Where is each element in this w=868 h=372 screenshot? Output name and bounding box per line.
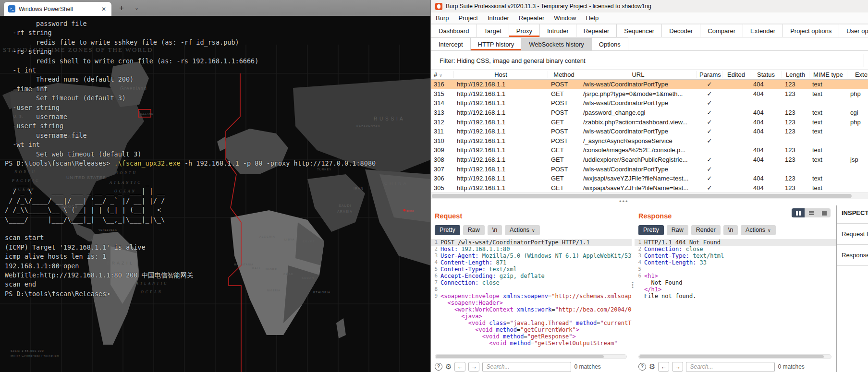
- request-editor[interactable]: 1POST /wls-wsat/CoordinatorPortType HTTP…: [431, 239, 632, 347]
- editor-tab-n[interactable]: \n: [723, 225, 738, 235]
- inspector-section-response-headers[interactable]: Response Headers: [837, 245, 868, 266]
- table-row[interactable]: 315http://192.168.1.1GET/jsrpc.php?type=…: [431, 89, 868, 99]
- cell: POST: [548, 99, 580, 107]
- scrollbar-thumb[interactable]: [436, 355, 604, 358]
- gear-icon[interactable]: ⚙: [445, 363, 452, 371]
- editor-tab-actions[interactable]: Actions∨: [741, 225, 776, 235]
- column-header-params[interactable]: Params: [697, 71, 722, 78]
- request-horizontal-scrollbar[interactable]: [435, 354, 627, 359]
- subtab-options[interactable]: Options: [592, 37, 628, 50]
- tab-sequencer[interactable]: Sequencer: [617, 24, 662, 37]
- response-horizontal-scrollbar[interactable]: [638, 354, 831, 359]
- tab-project-options[interactable]: Project options: [783, 24, 839, 37]
- terminal-screen[interactable]: STANDARD TIME ZONES OF THE WORLDGreenlan…: [0, 16, 430, 372]
- menu-intruder[interactable]: Intruder: [483, 12, 514, 24]
- prev-match-button[interactable]: ←: [454, 362, 465, 372]
- inspector-section-request-headers[interactable]: Request Headers: [837, 224, 868, 245]
- terminal-output: password file -rf string redis file to w…: [5, 19, 376, 299]
- help-icon[interactable]: ?: [638, 363, 646, 371]
- response-panel: Response PrettyRawRender\nActions∨ 1HTTP…: [635, 205, 836, 372]
- tab-close-icon[interactable]: ✕: [100, 6, 107, 12]
- response-editor[interactable]: 1HTTP/1.1 404 Not Found2Connection: clos…: [635, 239, 836, 300]
- tab-user-options[interactable]: User options: [839, 24, 868, 37]
- editor-tab-raw[interactable]: Raw: [667, 225, 688, 235]
- table-row[interactable]: 309http://192.168.1.1GET/console/images/…: [431, 145, 868, 155]
- menu-project[interactable]: Project: [453, 12, 482, 24]
- table-row[interactable]: 307http://192.168.1.1POST/wls-wsat/Coord…: [431, 164, 868, 174]
- menu-repeater[interactable]: Repeater: [514, 12, 549, 24]
- layout-single-button[interactable]: [818, 208, 831, 217]
- column-header-extension[interactable]: Extension: [847, 71, 868, 78]
- filter-bar[interactable]: Filter: Hiding CSS, image and general bi…: [435, 54, 864, 67]
- scrollbar-thumb[interactable]: [639, 355, 824, 358]
- tab-dashboard[interactable]: Dashboard: [431, 24, 477, 37]
- tab-target[interactable]: Target: [477, 24, 509, 37]
- code-line: 4Content-Length: 33: [635, 259, 836, 266]
- cell: text: [809, 156, 847, 163]
- terminal-tab[interactable]: >_ Windows PowerShell ✕: [4, 2, 111, 16]
- table-horizontal-scrollbar[interactable]: [431, 192, 868, 199]
- subtab-intercept[interactable]: Intercept: [431, 37, 471, 50]
- table-row[interactable]: 311http://192.168.1.1POST/wls-wsat/Coord…: [431, 127, 868, 136]
- column-header-host[interactable]: Host: [454, 71, 548, 78]
- subtab-http-history[interactable]: HTTP history: [471, 37, 522, 50]
- table-row[interactable]: 316http://192.168.1.1POST/wls-wsat/Coord…: [431, 80, 868, 89]
- table-row[interactable]: 308http://192.168.1.1GET/uddiexplorer/Se…: [431, 155, 868, 165]
- table-row[interactable]: 306http://192.168.1.1GET/wxjsapi/saveYZJ…: [431, 174, 868, 183]
- scrollbar-thumb[interactable]: [432, 194, 852, 198]
- column-header-length[interactable]: Length: [782, 71, 809, 78]
- gear-icon[interactable]: ⚙: [649, 363, 655, 371]
- new-tab-button[interactable]: +: [119, 0, 124, 16]
- prev-match-button[interactable]: ←: [658, 362, 669, 372]
- table-row[interactable]: 312http://192.168.1.1GET/zabbix.php?acti…: [431, 117, 868, 127]
- column-header-url[interactable]: URL: [580, 71, 697, 78]
- tab-extender[interactable]: Extender: [743, 24, 783, 37]
- cell: ✓: [697, 128, 722, 135]
- request-view-tabs: PrettyRaw\nActions∨: [435, 225, 632, 235]
- editor-tab-pretty[interactable]: Pretty: [435, 225, 460, 235]
- burp-menu-bar: BurpProjectIntruderRepeaterWindowHelp: [431, 12, 868, 24]
- editor-layout-buttons: [792, 208, 831, 217]
- column-header-method[interactable]: Method: [548, 71, 580, 78]
- menu-help[interactable]: Help: [581, 12, 603, 24]
- cell: POST: [548, 128, 580, 135]
- column-header-edited[interactable]: Edited: [722, 71, 750, 78]
- cell: ✓: [697, 109, 722, 116]
- next-match-button[interactable]: →: [672, 362, 683, 372]
- code-line: 1HTTP/1.1 404 Not Found: [635, 239, 836, 246]
- editor-tab-render[interactable]: Render: [691, 225, 721, 235]
- table-row[interactable]: 313http://192.168.1.1POST/password_chang…: [431, 108, 868, 118]
- editor-tab-raw[interactable]: Raw: [463, 225, 485, 235]
- next-match-button[interactable]: →: [468, 362, 479, 372]
- layout-columns-button[interactable]: [792, 208, 805, 217]
- column-header-mime-type[interactable]: MIME type: [809, 71, 847, 78]
- table-row[interactable]: 314http://192.168.1.1POST/wls-wsat/Coord…: [431, 98, 868, 108]
- tab-dropdown-icon[interactable]: ⌄: [134, 0, 139, 16]
- subtab-websockets-history[interactable]: WebSockets history: [522, 37, 592, 50]
- search-input[interactable]: [686, 362, 775, 372]
- tab-repeater[interactable]: Repeater: [576, 24, 617, 37]
- tab-decoder[interactable]: Decoder: [662, 24, 700, 37]
- request-search-toolbar: ? ⚙ ← → 0 matches: [435, 360, 601, 372]
- menu-burp[interactable]: Burp: [431, 12, 453, 24]
- menu-window[interactable]: Window: [549, 12, 581, 24]
- cell: http://192.168.1.1: [454, 109, 548, 116]
- help-icon[interactable]: ?: [435, 363, 442, 371]
- search-input[interactable]: [482, 362, 571, 372]
- tab-intruder[interactable]: Intruder: [540, 24, 576, 37]
- burp-title-bar: Burp Suite Professional v2020.11.3 - Tem…: [431, 0, 868, 12]
- editor-tab-n[interactable]: \n: [488, 225, 502, 235]
- cell: 404: [750, 175, 782, 182]
- tab-proxy[interactable]: Proxy: [509, 24, 540, 37]
- editor-tab-pretty[interactable]: Pretty: [638, 225, 664, 235]
- editor-tab-actions[interactable]: Actions∨: [505, 225, 540, 235]
- table-row[interactable]: 310http://192.168.1.1POST/_async/AsyncRe…: [431, 136, 868, 146]
- layout-rows-button[interactable]: [805, 208, 818, 217]
- column-header-status[interactable]: Status: [750, 71, 782, 78]
- tab-comparer[interactable]: Comparer: [700, 24, 743, 37]
- column-header-[interactable]: #∨: [431, 71, 454, 78]
- inspector-title: INSPECTOR: [837, 209, 868, 216]
- code-line: <soapenv:Header>: [431, 300, 632, 306]
- table-row[interactable]: 305http://192.168.1.1GET/wxjsapi/saveYZJ…: [431, 183, 868, 193]
- cell: 307: [431, 166, 454, 173]
